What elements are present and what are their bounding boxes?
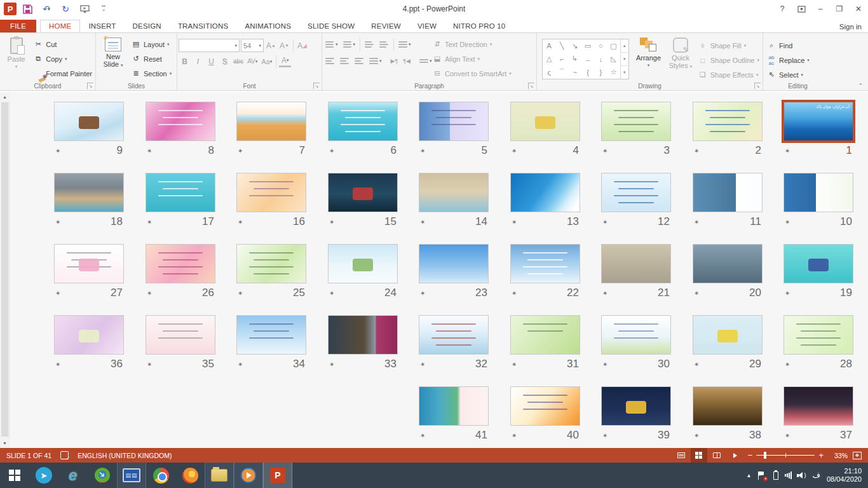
normal-view-button[interactable] [673,448,689,463]
slide-thumbnail-35[interactable] [146,315,215,355]
strikethrough-button[interactable]: abc [232,55,245,68]
zoom-slider-thumb[interactable] [764,452,766,459]
shape-glyph-14[interactable]: ~ [569,65,581,79]
shape-glyph-4[interactable]: ○ [594,39,607,53]
slide-thumbnail-21[interactable] [601,244,671,283]
close-icon[interactable]: ✕ [849,1,868,17]
font-size-combo[interactable]: 54▾ [241,39,264,52]
slide-thumbnail-34[interactable] [236,315,306,355]
slide-thumbnail-31[interactable] [510,315,580,355]
convert-to-smartart-button[interactable]: ⊟Convert to SmartArt▾ [430,67,513,80]
shape-glyph-17[interactable]: ☆ [607,65,620,79]
shape-glyph-10[interactable]: ↓ [594,53,607,66]
underline-button[interactable]: U [205,55,217,68]
bold-button[interactable]: B [179,55,191,68]
shape-glyph-9[interactable]: → [581,53,594,66]
align-left-button[interactable] [323,54,337,67]
character-spacing-button[interactable]: AV▾ [246,55,259,68]
shape-effects-button[interactable]: ❏Shape Effects▾ [696,68,761,81]
zoom-in-button[interactable]: + [818,451,824,460]
action-center-icon[interactable]: ✕ [757,471,766,480]
tab-file[interactable]: FILE [0,20,36,32]
shape-fill-button[interactable]: ⬨Shape Fill▾ [696,39,761,52]
taskbar-idm-button[interactable] [88,463,117,488]
scrollbar-thumb[interactable] [1,102,8,437]
slide-thumbnail-1[interactable]: آب فراوان، هوای پاک [783,102,853,141]
grow-font-button[interactable]: A▲ [265,39,277,52]
tab-nitro-pro-10[interactable]: NITRO PRO 10 [445,20,513,32]
drawing-dialog-launcher[interactable]: ↘ [754,83,761,89]
font-dialog-launcher[interactable]: ↘ [313,83,320,89]
slide-thumbnail-18[interactable] [54,173,124,212]
shape-glyph-3[interactable]: ▭ [581,39,594,53]
decrease-indent-button[interactable] [363,37,376,51]
numbering-button[interactable]: ▾ [341,37,358,51]
taskbar-media-player-button[interactable] [234,463,263,488]
network-signal-icon[interactable] [785,471,792,479]
increase-indent-button[interactable] [377,37,391,51]
slide-thumbnail-38[interactable] [693,386,763,426]
shape-glyph-12[interactable]: ς [543,65,555,79]
reset-button[interactable]: ↺Reset [129,52,173,65]
shape-glyph-11[interactable]: ◺ [607,53,620,66]
copy-button[interactable]: ⧉Copy▾ [31,52,94,65]
slide-thumbnail-23[interactable] [419,244,489,283]
tab-view[interactable]: VIEW [409,20,445,32]
format-painter-button[interactable]: Format Painter [31,67,94,80]
paste-button[interactable]: Paste▾ [1,35,31,81]
replace-button[interactable]: abacReplace▾ [764,53,811,67]
shape-glyph-13[interactable]: ⌒ [555,65,568,79]
shapes-scroll-up-icon[interactable]: ▲ [621,39,628,52]
shape-glyph-5[interactable]: ▢ [607,39,620,53]
volume-icon[interactable]: ) [798,472,806,478]
new-slide-button[interactable]: NewSlide ▾ [97,35,129,81]
layout-button[interactable]: ▤Layout▾ [129,37,173,51]
taskbar-start-button[interactable] [0,463,29,488]
start-from-beginning-icon[interactable] [76,2,93,16]
slide-thumbnail-10[interactable] [783,173,853,212]
taskbar-telegram-button[interactable]: ➤ [29,463,58,488]
undo-icon[interactable]: ↶▾ [38,2,55,16]
show-hidden-icons[interactable]: ▲ [747,473,752,478]
proofing-icon[interactable] [60,451,69,459]
justify-button[interactable]: ▾ [367,54,384,67]
zoom-out-button[interactable]: − [748,451,753,460]
slide-thumbnail-4[interactable] [510,102,580,141]
align-text-button[interactable]: ⬓Align Text▾ [430,52,513,65]
power-icon[interactable] [773,471,778,480]
ribbon-display-options-icon[interactable] [792,1,811,17]
shape-glyph-16[interactable]: } [594,65,607,79]
tab-animations[interactable]: ANIMATIONS [236,20,299,32]
shapes-gallery-scrollbar[interactable]: ▲ ▼ ▼̱ [620,39,628,79]
tab-transitions[interactable]: TRANSITIONS [170,20,237,32]
zoom-level[interactable]: 33% [829,452,848,459]
line-spacing-button[interactable]: ▾ [397,37,413,51]
quick-styles-button[interactable]: QuickStyles ▾ [665,35,696,81]
section-button[interactable]: ≣Section▾ [129,67,173,80]
shape-glyph-6[interactable]: △ [543,53,555,66]
slide-thumbnail-27[interactable] [54,244,124,283]
text-direction-button[interactable]: ⇵Text Direction▾ [430,37,513,51]
shape-glyph-0[interactable]: A [543,39,555,53]
slide-thumbnail-33[interactable] [328,315,398,355]
slide-thumbnail-22[interactable] [510,244,580,283]
fit-slide-to-window-button[interactable]: ✥ [849,448,865,463]
shapes-scroll-down-icon[interactable]: ▼ [621,52,628,65]
ltr-text-button[interactable]: ▶¶ [389,54,400,67]
scroll-down-icon[interactable]: ▼ [0,438,10,448]
taskbar-network-keyboard-button[interactable]: ▤▤ [117,463,146,488]
tab-slide-show[interactable]: SLIDE SHOW [299,20,363,32]
shape-glyph-8[interactable]: ↳ [569,53,581,66]
sign-in-link[interactable]: Sign in [839,23,862,30]
shape-glyph-1[interactable]: ╲ [555,39,568,53]
slide-sorter-view-button[interactable] [691,448,707,463]
slide-thumbnail-11[interactable] [693,173,763,212]
reading-view-button[interactable] [709,448,725,463]
bullets-button[interactable]: ▾ [323,37,340,51]
slide-thumbnail-5[interactable] [419,102,489,141]
cut-button[interactable]: ✂Cut [31,37,94,51]
language-status[interactable]: ENGLISH (UNITED KINGDOM) [78,452,172,459]
slide-thumbnail-36[interactable] [54,315,124,355]
tab-review[interactable]: REVIEW [363,20,409,32]
collapse-ribbon-icon[interactable]: ⌃ [858,83,863,89]
